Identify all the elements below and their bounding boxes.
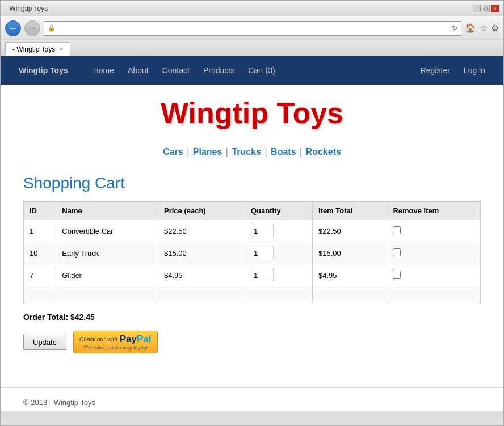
item-total: $4.95 <box>312 264 387 286</box>
paypal-checkout-text: Check out <box>79 336 105 343</box>
close-button[interactable]: × <box>491 5 499 12</box>
window-controls: – □ × <box>473 5 499 12</box>
category-nav: Cars | Planes | Trucks | Boats | Rockets <box>1 136 503 163</box>
browser-tab[interactable]: - Wingtip Toys × <box>5 42 70 56</box>
back-button[interactable]: ← <box>5 20 21 36</box>
navbar-brand[interactable]: Wingtip Toys <box>12 58 75 83</box>
paypal-box[interactable]: Check out with PayPal The safer, easier … <box>73 331 158 353</box>
settings-icon[interactable]: ⚙ <box>491 23 499 33</box>
col-id: ID <box>24 202 56 220</box>
logo-area: Wingtip Toys <box>1 85 503 136</box>
table-row: 10 Early Truck $15.00 $15.00 <box>24 242 481 264</box>
item-id: 10 <box>24 242 56 264</box>
item-price: $4.95 <box>158 264 245 286</box>
table-row: 7 Glider $4.95 $4.95 <box>24 264 481 286</box>
nav-contact[interactable]: Contact <box>156 58 196 83</box>
site-logo: Wingtip Toys <box>1 96 503 130</box>
nav-home[interactable]: Home <box>86 58 121 83</box>
order-total: Order Total: $42.45 <box>23 313 481 322</box>
tab-title-text: - Wingtip Toys <box>5 5 48 12</box>
navbar-right: Register Log in <box>414 58 492 83</box>
tab-title: - Wingtip Toys <box>12 45 55 53</box>
item-total: $15.00 <box>312 242 387 264</box>
table-header-row: ID Name Price (each) Quantity Item Total… <box>24 202 481 220</box>
item-total: $22.50 <box>312 220 387 242</box>
category-boats[interactable]: Boats <box>271 147 296 157</box>
refresh-icon[interactable]: ↻ <box>452 24 457 32</box>
item-remove <box>387 220 481 242</box>
table-row: 1 Convertible Car $22.50 $22.50 <box>24 220 481 242</box>
item-price: $15.00 <box>158 242 245 264</box>
paypal-with-text: with <box>107 336 117 343</box>
home-icon[interactable]: 🏠 <box>465 23 476 33</box>
category-trucks[interactable]: Trucks <box>232 147 261 157</box>
nav-about[interactable]: About <box>121 58 156 83</box>
tab-close-button[interactable]: × <box>60 46 63 52</box>
remove-checkbox-2[interactable] <box>393 271 401 279</box>
item-qty <box>245 264 312 286</box>
sep3: | <box>262 147 267 157</box>
item-id: 7 <box>24 264 56 286</box>
col-price: Price (each) <box>158 202 245 220</box>
navbar: Wingtip Toys Home About Contact Products… <box>1 56 503 85</box>
category-planes[interactable]: Planes <box>193 147 222 157</box>
paypal-logo: PayPal <box>120 334 152 345</box>
main-content: Shopping Cart ID Name Price (each) Quant… <box>1 163 503 376</box>
nav-login[interactable]: Log in <box>457 58 492 83</box>
page-content: Wingtip Toys Home About Contact Products… <box>1 56 503 411</box>
col-total: Item Total <box>312 202 387 220</box>
sep4: | <box>297 147 303 157</box>
lock-icon: 🔒 <box>48 24 56 32</box>
maximize-button[interactable]: □ <box>482 5 490 12</box>
qty-input-0[interactable] <box>251 225 274 237</box>
action-buttons: Update Check out with PayPal The safer, … <box>23 331 481 353</box>
col-qty: Quantity <box>245 202 312 220</box>
col-name: Name <box>56 202 158 220</box>
item-name: Early Truck <box>56 242 158 264</box>
star-icon[interactable]: ☆ <box>480 23 488 33</box>
cart-table: ID Name Price (each) Quantity Item Total… <box>23 201 481 303</box>
category-cars[interactable]: Cars <box>163 147 183 157</box>
title-bar-left: - Wingtip Toys <box>5 5 48 12</box>
paypal-safe-text: The safer, easier way to pay <box>83 345 148 351</box>
qty-input-1[interactable] <box>251 247 274 259</box>
col-remove: Remove Item <box>387 202 481 220</box>
item-qty <box>245 220 312 242</box>
item-price: $22.50 <box>158 220 245 242</box>
category-rockets[interactable]: Rockets <box>306 147 341 157</box>
title-bar: - Wingtip Toys – □ × <box>1 1 503 16</box>
tab-bar: - Wingtip Toys × <box>1 40 503 56</box>
item-qty <box>245 242 312 264</box>
paypal-button[interactable]: Check out with PayPal The safer, easier … <box>73 331 158 353</box>
forward-button[interactable]: → <box>24 20 40 36</box>
item-remove <box>387 242 481 264</box>
page-title: Shopping Cart <box>23 174 481 192</box>
remove-checkbox-0[interactable] <box>393 226 401 234</box>
qty-input-2[interactable] <box>251 269 274 281</box>
paypal-checkout-line: Check out with PayPal <box>79 334 152 345</box>
nav-register[interactable]: Register <box>414 58 457 83</box>
table-row-empty <box>24 286 481 303</box>
footer: © 2013 - Wingtip Toys <box>1 394 503 411</box>
nav-products[interactable]: Products <box>196 58 241 83</box>
remove-checkbox-1[interactable] <box>393 248 401 256</box>
sep2: | <box>223 147 228 157</box>
footer-divider <box>1 387 503 388</box>
item-remove <box>387 264 481 286</box>
sep1: | <box>184 147 190 157</box>
browser-toolbar: ← → 🔒 http://localhost:24019/S ↻ 🏠 ☆ ⚙ <box>1 16 503 40</box>
address-bar[interactable]: 🔒 http://localhost:24019/S ↻ <box>44 21 461 36</box>
footer-text: © 2013 - Wingtip Toys <box>23 398 95 407</box>
minimize-button[interactable]: – <box>473 5 481 12</box>
update-button[interactable]: Update <box>23 335 66 350</box>
item-name: Convertible Car <box>56 220 158 242</box>
address-input[interactable]: http://localhost:24019/S <box>58 24 450 32</box>
item-name: Glider <box>56 264 158 286</box>
browser-window: - Wingtip Toys – □ × ← → 🔒 http://localh… <box>0 0 504 426</box>
item-id: 1 <box>24 220 56 242</box>
nav-cart[interactable]: Cart (3) <box>241 58 282 83</box>
